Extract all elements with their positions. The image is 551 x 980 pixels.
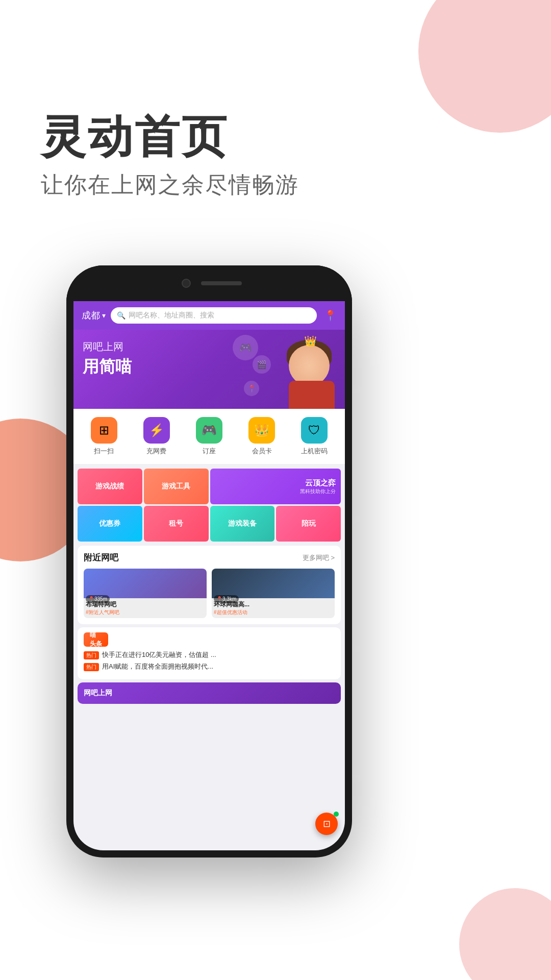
bg-circle-top xyxy=(418,0,551,133)
feature-grid: 游戏战绩 游戏工具 云顶之弈 黑科技助你上分 优惠券 租号 游戏装备 xyxy=(78,469,341,542)
recharge-label: 充网费 xyxy=(146,447,166,456)
nearby-header: 附近网吧 更多网吧 > xyxy=(84,552,335,564)
cafe-item-2[interactable]: 📍3.3km 环球网咖高... #超值优惠活动 xyxy=(212,569,335,618)
float-btn-dot xyxy=(334,812,339,817)
cafe-list: 📍335m 布瑞特网吧 #附近人气网吧 📍3.3km 环球网咖高... #超值优… xyxy=(84,569,335,618)
search-bar[interactable]: 🔍 网吧名称、地址商圈、搜索 xyxy=(111,307,317,324)
feature-equipment[interactable]: 游戏装备 xyxy=(210,506,275,542)
location-text: 成都 xyxy=(82,309,100,322)
news-item-1[interactable]: 热门 快手正在进行10亿美元融资，估值超 ... xyxy=(84,651,335,659)
companion-label: 陪玩 xyxy=(302,519,316,528)
feature-cloud-top[interactable]: 云顶之弈 黑科技助你上分 xyxy=(210,469,341,504)
bottom-banner: 网吧上网 xyxy=(78,682,341,704)
booking-icon-circle: 🎮 xyxy=(196,417,222,444)
member-icon-circle: 👑 xyxy=(248,417,275,444)
page-subtitle: 让你在上网之余尽情畅游 xyxy=(41,170,299,200)
phone-frame: 成都 ▾ 🔍 网吧名称、地址商圈、搜索 📍 🎮 🎬 📍 网吧上网 用简喵 xyxy=(66,265,352,857)
news-section: 喵头条 热门 快手正在进行10亿美元融资，估值超 ... 热门 用AI赋能，百度… xyxy=(78,627,341,679)
quick-icon-member[interactable]: 👑 会员卡 xyxy=(248,417,275,456)
coupon-label: 优惠券 xyxy=(99,519,120,528)
quick-icon-recharge[interactable]: ⚡ 充网费 xyxy=(143,417,170,456)
news-logo-text: 喵头条 xyxy=(90,631,102,648)
booking-label: 订座 xyxy=(203,447,216,456)
phone-screen: 成都 ▾ 🔍 网吧名称、地址商圈、搜索 📍 🎮 🎬 📍 网吧上网 用简喵 xyxy=(73,301,345,850)
feature-companion[interactable]: 陪玩 xyxy=(276,506,341,542)
phone-speaker xyxy=(201,281,242,285)
search-placeholder: 网吧名称、地址商圈、搜索 xyxy=(129,311,214,320)
nearby-section: 附近网吧 更多网吧 > 📍335m 布瑞特网吧 #附近人气网吧 📍 xyxy=(78,546,341,624)
cloud-top-title: 云顶之弈 xyxy=(305,478,336,488)
quick-icon-scan[interactable]: ⊞ 扫一扫 xyxy=(91,417,117,456)
feature-coupon[interactable]: 优惠券 xyxy=(78,506,142,542)
scan-label: 扫一扫 xyxy=(94,447,114,456)
bottom-banner-text: 网吧上网 xyxy=(84,689,112,698)
search-icon: 🔍 xyxy=(117,311,126,320)
news-item-2[interactable]: 热门 用AI赋能，百度将全面拥抱视频时代... xyxy=(84,663,335,671)
location-button[interactable]: 成都 ▾ xyxy=(82,309,106,322)
location-pin-icon[interactable]: 📍 xyxy=(324,309,337,322)
char-body xyxy=(289,381,335,409)
quick-icon-booking[interactable]: 🎮 订座 xyxy=(196,417,222,456)
crown-icon: 👑 xyxy=(304,335,317,347)
chevron-down-icon: ▾ xyxy=(102,311,106,320)
rental-label: 租号 xyxy=(169,519,183,528)
cafe-tag-2: #超值优惠活动 xyxy=(214,609,333,616)
quick-icons-bar: ⊞ 扫一扫 ⚡ 充网费 🎮 订座 👑 会员卡 🛡 上机密码 xyxy=(73,409,345,464)
float-btn-icon: ⊡ xyxy=(323,818,331,829)
hot-badge-2: 热门 xyxy=(84,663,99,671)
float-action-button[interactable]: ⊡ xyxy=(315,813,338,835)
password-icon-circle: 🛡 xyxy=(301,417,328,444)
app-header: 成都 ▾ 🔍 网吧名称、地址商圈、搜索 📍 xyxy=(73,301,345,330)
feature-rental[interactable]: 租号 xyxy=(144,506,209,542)
cafe-tag-1: #附近人气网吧 xyxy=(86,609,205,616)
quick-icon-password[interactable]: 🛡 上机密码 xyxy=(301,417,328,456)
feature-game-tools[interactable]: 游戏工具 xyxy=(144,469,209,504)
app-banner: 🎮 🎬 📍 网吧上网 用简喵 👑 xyxy=(73,330,345,409)
cafe-item-1[interactable]: 📍335m 布瑞特网吧 #附近人气网吧 xyxy=(84,569,207,618)
recharge-icon-circle: ⚡ xyxy=(143,417,170,444)
hot-badge-1: 热门 xyxy=(84,651,99,659)
game-score-label: 游戏战绩 xyxy=(95,482,124,491)
news-text-1: 快手正在进行10亿美元融资，估值超 ... xyxy=(102,651,216,659)
cafe-distance-1: 📍335m xyxy=(86,595,110,603)
nearby-title: 附近网吧 xyxy=(84,552,118,564)
news-logo: 喵头条 xyxy=(84,632,108,647)
banner-character: 👑 xyxy=(263,330,345,409)
char-face xyxy=(289,345,330,386)
bg-circle-bottom-right xyxy=(459,888,551,980)
equipment-label: 游戏装备 xyxy=(228,519,257,528)
scan-icon-circle: ⊞ xyxy=(91,417,117,444)
phone-notch xyxy=(66,265,352,301)
cafe-img-2 xyxy=(212,569,335,598)
cafe-img-1 xyxy=(84,569,207,598)
news-text-2: 用AI赋能，百度将全面拥抱视频时代... xyxy=(102,663,213,671)
news-header: 喵头条 xyxy=(84,632,335,647)
phone-mockup: 成都 ▾ 🔍 网吧名称、地址商圈、搜索 📍 🎮 🎬 📍 网吧上网 用简喵 xyxy=(66,265,352,857)
page-title: 灵动首页 xyxy=(41,112,299,162)
feature-game-score[interactable]: 游戏战绩 xyxy=(78,469,142,504)
member-label: 会员卡 xyxy=(252,447,272,456)
deco-circle-3: 📍 xyxy=(244,381,259,396)
phone-camera xyxy=(182,279,191,288)
header-section: 灵动首页 让你在上网之余尽情畅游 xyxy=(41,112,299,200)
password-label: 上机密码 xyxy=(301,447,328,456)
nearby-more-link[interactable]: 更多网吧 > xyxy=(303,553,335,562)
cafe-distance-2: 📍3.3km xyxy=(214,595,239,603)
game-tools-label: 游戏工具 xyxy=(162,482,190,491)
cloud-top-subtitle: 黑科技助你上分 xyxy=(300,488,336,495)
